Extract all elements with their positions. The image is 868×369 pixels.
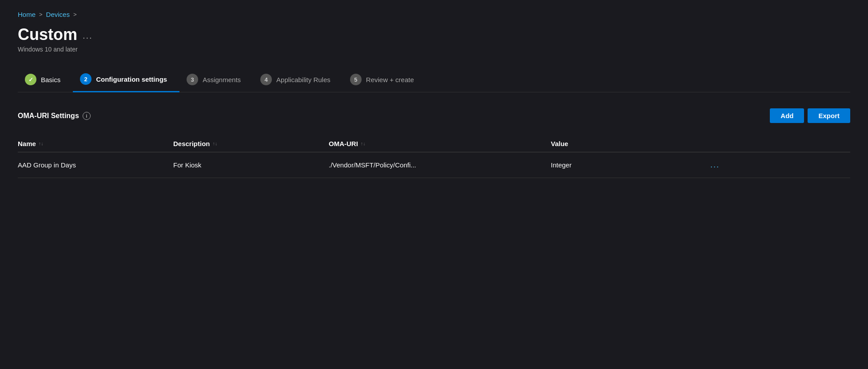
breadcrumb-devices[interactable]: Devices [46,11,70,18]
page-more-options[interactable]: ... [83,31,93,41]
col-header-oma-uri: OMA-URI ↑↓ [329,140,551,147]
tab-applicability-rules[interactable]: 4 Applicability Rules [253,67,343,91]
tab-review-create[interactable]: 5 Review + create [343,67,426,91]
tab-label-assignments: Assignments [203,76,241,83]
col-description-label: Description [173,140,210,147]
section-actions: Add Export [770,108,850,123]
table-container: Name ↑↓ Description ↑↓ OMA-URI ↑↓ Value … [18,135,850,178]
info-icon[interactable]: i [83,112,91,120]
tab-number-review: 5 [354,76,357,83]
tab-label-basics: Basics [41,76,60,83]
tab-number-configuration: 2 [84,76,88,83]
col-header-name: Name ↑↓ [18,140,173,147]
breadcrumb: Home > Devices > [18,11,850,18]
tab-label-applicability: Applicability Rules [276,76,330,83]
cell-value: Integer [551,161,684,169]
section-title: OMA-URI Settings i [18,112,91,120]
add-button[interactable]: Add [770,108,804,123]
col-name-label: Name [18,140,36,147]
tab-basics[interactable]: ✓ Basics [18,67,73,91]
breadcrumb-sep-1: > [39,11,43,18]
page-header: Custom ... Windows 10 and later [18,25,850,53]
tab-badge-applicability: 4 [260,74,272,85]
cell-oma-uri: ./Vendor/MSFT/Policy/Confi... [329,161,551,169]
col-oma-uri-label: OMA-URI [329,140,358,147]
export-button[interactable]: Export [808,108,850,123]
cell-description: For Kiosk [173,161,329,169]
tab-badge-assignments: 3 [187,74,198,85]
tab-number-assignments: 3 [191,76,194,83]
tab-configuration-settings[interactable]: 2 Configuration settings [73,67,179,92]
tabs-container: ✓ Basics 2 Configuration settings 3 Assi… [18,67,850,92]
page-subtitle: Windows 10 and later [18,46,850,53]
page-title: Custom [18,25,77,44]
tab-badge-configuration: 2 [80,73,92,85]
tab-badge-basics: ✓ [25,74,36,85]
tab-badge-review: 5 [350,74,362,85]
col-header-description: Description ↑↓ [173,140,329,147]
check-icon: ✓ [28,76,33,83]
cell-name: AAD Group in Days [18,161,173,169]
col-value-label: Value [551,140,568,147]
section-header: OMA-URI Settings i Add Export [18,108,850,123]
breadcrumb-sep-2: > [73,11,77,18]
col-header-value: Value [551,140,684,147]
table-row: AAD Group in Days For Kiosk ./Vendor/MSF… [18,152,850,178]
table-header: Name ↑↓ Description ↑↓ OMA-URI ↑↓ Value [18,135,850,152]
section-title-text: OMA-URI Settings [18,112,79,120]
sort-icon-description[interactable]: ↑↓ [213,141,218,146]
tab-label-review: Review + create [366,76,414,83]
sort-icon-name[interactable]: ↑↓ [39,141,44,146]
cell-actions: ... [684,160,720,170]
sort-icon-oma-uri[interactable]: ↑↓ [361,141,366,146]
tab-number-applicability: 4 [264,76,267,83]
tab-assignments[interactable]: 3 Assignments [179,67,253,91]
row-more-options[interactable]: ... [710,160,720,170]
col-header-actions [684,140,720,147]
tab-label-configuration: Configuration settings [96,75,167,83]
breadcrumb-home[interactable]: Home [18,11,36,18]
